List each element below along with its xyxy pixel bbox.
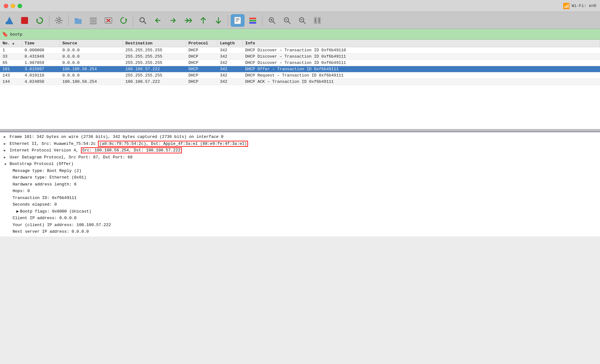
shark-fin-button[interactable] [3, 14, 16, 27]
frame-row[interactable]: ▶ Frame 101: 342 bytes on wire (2736 bit… [0, 134, 600, 140]
svg-rect-22 [249, 22, 256, 24]
back-button[interactable] [151, 14, 165, 27]
colorize-icon [249, 16, 257, 25]
bootp-field: Hardware type: Ethernet (0x01) [0, 174, 600, 181]
svg-marker-0 [6, 17, 13, 24]
col-no[interactable]: No. ▲ [0, 40, 22, 46]
bootp-row[interactable]: ▼ Bootstrap Protocol (Offer) [0, 161, 600, 168]
table-row[interactable]: 651.9870590.0.0.0255.255.255.255DHCP342D… [0, 60, 600, 66]
toolbar [0, 12, 600, 29]
bootp-field: Hardware address length: 6 [0, 181, 600, 188]
udp-expand-arrow: ▶ [4, 155, 6, 160]
minimize-button[interactable] [11, 4, 15, 8]
table-row[interactable]: 1013.015097100.100.56.254100.100.57.222D… [0, 66, 600, 72]
bootp-field: Transaction ID: 0xf6b49111 [0, 195, 600, 202]
maximize-button[interactable] [18, 4, 22, 8]
columns-button[interactable] [310, 14, 324, 27]
forward-button[interactable] [166, 14, 180, 27]
back-icon [154, 16, 162, 25]
table-row[interactable]: 10.0000000.0.0.0255.255.255.255DHCP342DH… [0, 47, 600, 54]
list-button[interactable] [86, 14, 100, 27]
display-options-button[interactable] [231, 14, 245, 27]
close-button[interactable] [4, 4, 8, 8]
close-capture-button[interactable] [101, 14, 115, 27]
jump-forward-button[interactable] [181, 14, 195, 27]
list-icon [89, 16, 97, 25]
ip-highlight: Src: 100.100.56.254, Dst: 100.100.57.222 [81, 147, 182, 153]
svg-rect-21 [249, 20, 256, 21]
zoom-in-button[interactable] [265, 14, 279, 27]
settings-button[interactable] [52, 14, 66, 27]
svg-line-28 [288, 21, 290, 24]
wifi-icon: 📶 [563, 3, 570, 9]
bootp-field: ▶Bootp flags: 0x0000 (Unicast) [0, 208, 600, 215]
col-time[interactable]: Time [22, 40, 60, 46]
bootp-field: Hops: 0 [0, 188, 600, 195]
bootp-expand-arrow: ▼ [2, 163, 8, 165]
col-source[interactable]: Source [60, 40, 123, 46]
refresh-button[interactable] [117, 14, 130, 27]
bootp-field: Next server IP address: 0.0.0.0 [0, 228, 600, 235]
bootp-text: Bootstrap Protocol (Offer) [9, 162, 73, 166]
toolbar-separator-3 [133, 15, 133, 26]
svg-rect-9 [90, 23, 97, 24]
titlebar-right: 📶 Wi-Fi: en0 [26, 3, 596, 9]
col-destination[interactable]: Destination [123, 40, 186, 46]
toolbar-separator-5 [262, 15, 262, 26]
svg-rect-4 [75, 19, 82, 24]
frame-text: Frame 101: 342 bytes on wire (2736 bits)… [9, 134, 223, 139]
filter-bar: 🔖 bootp [0, 29, 600, 40]
filter-value[interactable]: bootp [10, 32, 22, 37]
packet-table-body: 10.0000000.0.0.0255.255.255.255DHCP342DH… [0, 47, 600, 85]
ethernet-prefix: Ethernet II, Src: HuaweiTe_75:54:2c [9, 141, 98, 146]
col-info[interactable]: Info [243, 40, 600, 46]
ip-row[interactable]: ▶ Internet Protocol Version 4, Src: 100.… [0, 147, 600, 154]
svg-line-24 [273, 21, 275, 24]
table-row[interactable]: 1444.024850100.100.56.254100.100.57.222D… [0, 79, 600, 85]
detail-pane: ▶ Frame 101: 342 bytes on wire (2736 bit… [0, 132, 600, 236]
jump-forward-icon [184, 16, 192, 25]
ip-expand-arrow: ▶ [4, 148, 6, 153]
scroll-up-button[interactable] [196, 14, 210, 27]
zoom-fit-button[interactable] [295, 14, 309, 27]
zoom-out-button[interactable] [280, 14, 294, 27]
ethernet-highlight: (a0:8c:f8:75:54:2c), Dst: Apple_4f:3a:e1… [98, 141, 248, 147]
toolbar-separator-4 [228, 15, 228, 26]
stop-icon [21, 17, 28, 24]
packet-table-header: No. ▲ Time Source Destination Protocol L… [0, 40, 600, 47]
toolbar-separator-1 [49, 15, 49, 26]
col-protocol[interactable]: Protocol [186, 40, 217, 46]
scroll-down-button[interactable] [211, 14, 225, 27]
files-button[interactable] [71, 14, 85, 27]
gear-icon [55, 16, 63, 25]
colorize-button[interactable] [246, 14, 260, 27]
svg-line-31 [303, 21, 305, 24]
up-icon [199, 16, 207, 25]
ethernet-row[interactable]: ▶ Ethernet II, Src: HuaweiTe_75:54:2c (a… [0, 140, 600, 147]
traffic-lights [4, 4, 22, 8]
table-row[interactable]: 1434.0191100.0.0.0255.255.255.255DHCP342… [0, 72, 600, 79]
col-length[interactable]: Length [217, 40, 243, 46]
filter-bookmark-icon: 🔖 [2, 31, 8, 37]
pane-divider [0, 129, 600, 132]
display-icon [234, 16, 242, 25]
empty-packet-area [0, 85, 600, 129]
reload-button[interactable] [33, 14, 47, 27]
wifi-label: Wi-Fi: en0 [572, 3, 596, 8]
search-icon [139, 16, 147, 25]
svg-point-3 [58, 19, 60, 22]
titlebar: 📶 Wi-Fi: en0 [0, 0, 600, 12]
find-button[interactable] [136, 14, 150, 27]
down-icon [214, 16, 222, 25]
bootp-field: Your (client) IP address: 100.100.57.222 [0, 222, 600, 229]
forward-icon [169, 16, 177, 25]
zoom-out-icon [283, 16, 291, 25]
table-row[interactable]: 330.4319490.0.0.0255.255.255.255DHCP342D… [0, 54, 600, 60]
stop-button[interactable] [18, 14, 32, 27]
zoom-fit-icon [298, 16, 306, 25]
bootp-field: Client IP address: 0.0.0.0 [0, 215, 600, 222]
udp-row[interactable]: ▶ User Datagram Protocol, Src Port: 67, … [0, 154, 600, 161]
zoom-in-icon [268, 16, 276, 25]
ip-prefix: Internet Protocol Version 4, [9, 148, 81, 153]
folder-icon [74, 16, 82, 25]
